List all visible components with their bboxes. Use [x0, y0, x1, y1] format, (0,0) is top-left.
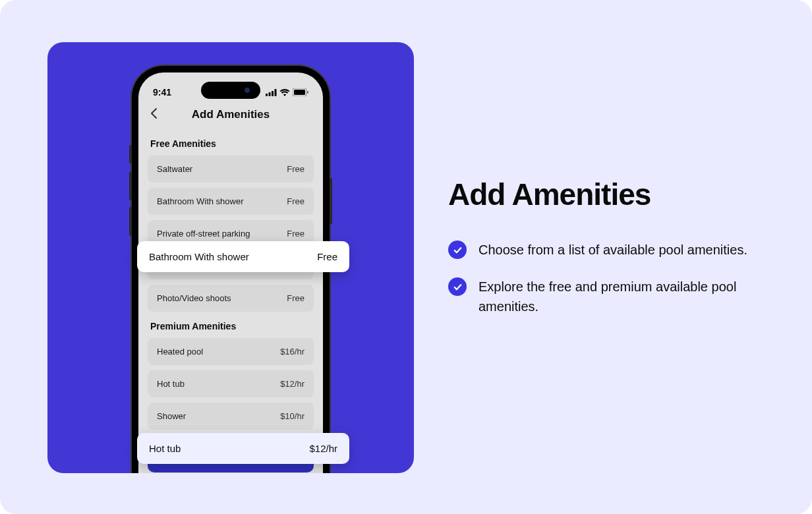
- free-amenities-section: Free Amenities SaltwaterFree Bathroom Wi…: [138, 138, 323, 312]
- amenity-price: $10/hr: [280, 411, 304, 421]
- premium-amenities-section: Premium Amenities Heated pool$16/hr Hot …: [138, 321, 323, 430]
- amenity-price: $12/hr: [309, 443, 337, 454]
- amenity-price: Free: [287, 293, 304, 303]
- amenity-name: Saltwater: [157, 164, 192, 174]
- feature-item: Choose from a list of available pool ame…: [448, 240, 765, 260]
- amenity-name: Hot tub: [157, 379, 185, 389]
- premium-section-title: Premium Amenities: [148, 321, 314, 331]
- status-icons: [266, 88, 308, 96]
- wifi-icon: [279, 89, 290, 96]
- description-panel: Add Amenities Choose from a list of avai…: [448, 177, 765, 333]
- amenity-name: Photo/Video shoots: [157, 293, 231, 303]
- back-button[interactable]: [150, 108, 157, 122]
- page-canvas: 9:41 Add Amenities Free Amen: [0, 0, 812, 514]
- amenity-row[interactable]: Bathroom With showerFree: [148, 188, 314, 215]
- check-icon: [448, 277, 467, 296]
- amenity-name: Bathroom With shower: [149, 251, 249, 262]
- phone-volume-up: [129, 171, 132, 200]
- amenity-price: $16/hr: [280, 347, 304, 357]
- phone-side-button: [129, 145, 132, 163]
- amenity-row[interactable]: SaltwaterFree: [148, 156, 314, 183]
- amenity-name: Shower: [157, 411, 186, 421]
- phone-notch: [201, 82, 260, 99]
- svg-rect-3: [275, 89, 277, 96]
- battery-icon: [293, 88, 308, 96]
- amenity-row[interactable]: Photo/Video shootsFree: [148, 285, 314, 312]
- svg-rect-2: [272, 91, 274, 96]
- svg-rect-0: [266, 94, 268, 96]
- amenity-row[interactable]: Hot tub$12/hr: [148, 370, 314, 397]
- screen-header: Add Amenities: [138, 103, 323, 129]
- page-headline: Add Amenities: [448, 177, 765, 212]
- amenity-row[interactable]: Heated pool$16/hr: [148, 338, 314, 365]
- cellular-icon: [266, 89, 277, 96]
- svg-rect-1: [269, 92, 271, 96]
- phone-screen: 9:41 Add Amenities Free Amen: [138, 72, 323, 473]
- chevron-left-icon: [150, 108, 157, 119]
- feature-item: Explore the free and premium available p…: [448, 277, 765, 316]
- free-section-title: Free Amenities: [148, 138, 314, 149]
- amenity-name: Bathroom With shower: [157, 196, 244, 206]
- amenity-price: Free: [287, 164, 304, 174]
- check-icon: [448, 241, 467, 259]
- highlighted-premium-amenity[interactable]: Hot tub $12/hr: [137, 433, 349, 464]
- amenity-row[interactable]: Shower$10/hr: [148, 403, 314, 430]
- status-time: 9:41: [153, 87, 171, 98]
- svg-rect-5: [294, 90, 305, 95]
- amenity-name: Private off-street parking: [157, 229, 250, 239]
- phone-volume-down: [129, 207, 132, 236]
- phone-showcase-panel: 9:41 Add Amenities Free Amen: [47, 42, 414, 473]
- svg-rect-6: [307, 91, 308, 94]
- amenity-price: Free: [287, 229, 304, 239]
- amenity-name: Heated pool: [157, 347, 203, 357]
- feature-text: Explore the free and premium available p…: [478, 277, 765, 316]
- phone-power-button: [330, 178, 332, 224]
- amenity-price: Free: [287, 196, 304, 206]
- amenity-price: Free: [317, 251, 337, 262]
- amenity-name: Hot tub: [149, 443, 181, 454]
- highlighted-free-amenity[interactable]: Bathroom With shower Free: [137, 241, 349, 272]
- amenity-price: $12/hr: [280, 379, 304, 389]
- feature-text: Choose from a list of available pool ame…: [478, 240, 747, 260]
- screen-title: Add Amenities: [150, 108, 311, 121]
